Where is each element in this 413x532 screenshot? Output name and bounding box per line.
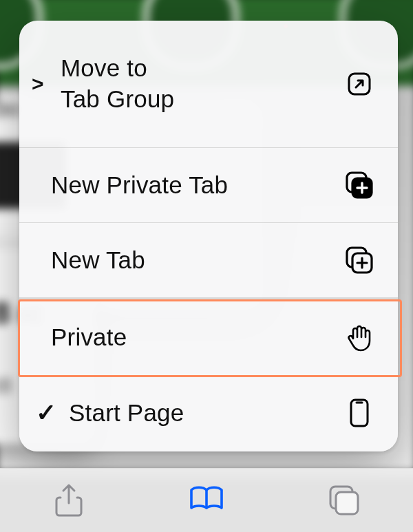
stack-plus-fill-icon [344, 170, 374, 200]
svg-rect-5 [351, 400, 368, 426]
tabs-button[interactable] [324, 480, 365, 521]
open-external-icon [344, 69, 374, 99]
menu-item-new-private-tab[interactable]: New Private Tab [19, 147, 398, 222]
tab-groups-menu: > Move to Tab Group New Private Tab New … [19, 21, 398, 451]
menu-item-label: New Private Tab [51, 170, 228, 201]
hand-icon [344, 322, 374, 352]
bg-fragment-t8: t8 [0, 374, 12, 398]
stack-plus-icon [344, 245, 374, 275]
menu-item-label: Move to Tab Group [61, 53, 174, 115]
menu-item-move-to-tab-group[interactable]: > Move to Tab Group [19, 21, 398, 147]
menu-item-label: Private [51, 322, 127, 353]
menu-item-label: Start Page [69, 398, 184, 429]
phone-outline-icon [344, 398, 374, 428]
chevron-right-icon: > [32, 72, 44, 96]
menu-item-start-page[interactable]: ✓ Start Page [19, 374, 398, 451]
bookmarks-button[interactable] [186, 480, 227, 521]
share-button[interactable] [48, 480, 89, 521]
menu-item-private[interactable]: Private [19, 297, 398, 374]
svg-rect-8 [336, 492, 358, 514]
bottom-toolbar [0, 468, 413, 532]
menu-item-new-tab[interactable]: New Tab [19, 222, 398, 297]
menu-item-label: New Tab [51, 245, 145, 276]
checkmark-icon: ✓ [36, 398, 56, 427]
